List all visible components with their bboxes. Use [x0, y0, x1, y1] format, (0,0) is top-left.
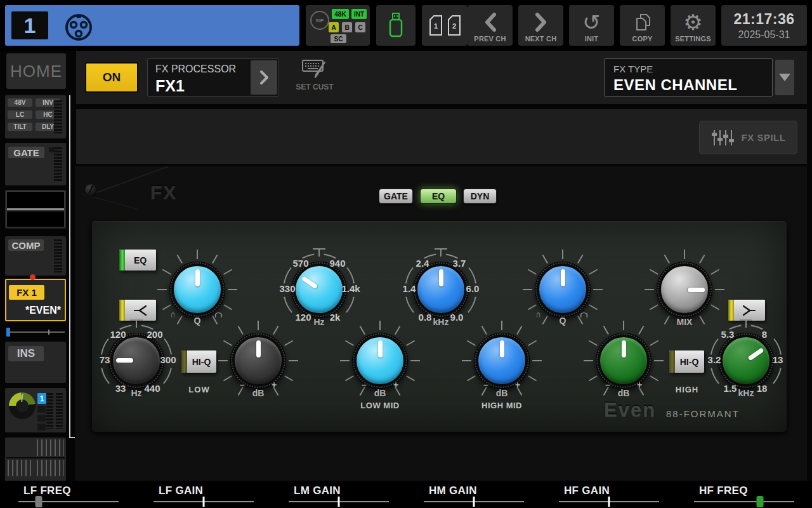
- plugin-model-name: 88-FORMANT: [666, 408, 740, 419]
- encoder-track[interactable]: [18, 501, 119, 502]
- pan-knob[interactable]: [9, 392, 36, 419]
- tab-gate[interactable]: GATE: [379, 189, 413, 204]
- encoder-track[interactable]: [424, 501, 524, 502]
- scale-label: 120: [110, 329, 126, 340]
- encoder-tick[interactable]: [608, 497, 610, 507]
- unit-label: dB: [618, 388, 630, 398]
- plus-label: +: [637, 380, 642, 390]
- sidebar-input-section[interactable]: 48VINVLCHCTILTDLY: [5, 95, 66, 138]
- encoder-track[interactable]: [154, 501, 254, 502]
- pan-slot: [37, 406, 46, 413]
- encoder-lf-freq[interactable]: LF FREQ: [18, 481, 120, 508]
- knob-lf-gain-cap[interactable]: [231, 333, 285, 388]
- hiq-low-sublabel: LOW: [188, 385, 209, 394]
- band-name-label: LOW MID: [360, 401, 399, 410]
- settings-button[interactable]: ⚙ SETTINGS: [671, 5, 716, 46]
- encoder-label: LF FREQ: [23, 485, 71, 497]
- knob-pointer: [116, 359, 133, 363]
- home-button[interactable]: HOME: [6, 53, 66, 89]
- scale-label: 1.5: [724, 383, 737, 394]
- knob-hm-freq-cap[interactable]: [414, 262, 468, 317]
- tab-dyn[interactable]: DYN: [463, 189, 497, 204]
- scale-label: 300: [160, 354, 176, 365]
- encoder-track[interactable]: [694, 501, 794, 502]
- prev-channel-button[interactable]: PREV CH: [468, 5, 513, 46]
- slider-thumb[interactable]: [6, 328, 10, 337]
- fx-on-button[interactable]: ON: [85, 62, 138, 93]
- fx-spill-button[interactable]: FX SPILL: [699, 121, 797, 154]
- input-badge-tilt: TILT: [8, 123, 32, 131]
- knob-lf-freq-cap[interactable]: [109, 333, 164, 388]
- keyboard-pen-icon: [301, 57, 329, 80]
- scale-label: 18: [757, 383, 768, 394]
- usb-status-button[interactable]: [376, 5, 416, 46]
- fader-texture: [8, 460, 34, 476]
- knob-pointer: [747, 347, 764, 361]
- next-channel-button[interactable]: NEXT CH: [518, 5, 563, 46]
- encoder-lf-gain[interactable]: LF GAIN: [154, 481, 255, 508]
- encoder-hf-gain[interactable]: HF GAIN: [559, 481, 660, 508]
- hiq-high-sublabel: HIGH: [676, 385, 699, 394]
- knob-hf-gain: –+dB: [576, 313, 671, 408]
- selected-channel-strip[interactable]: 1: [5, 5, 299, 46]
- minus-label: –: [240, 380, 245, 390]
- fx-processor-selector[interactable]: FX PROCESSOR FX1: [147, 58, 279, 97]
- set-cust-button[interactable]: SET CUST: [291, 57, 339, 98]
- scene-a-badge: A: [329, 22, 339, 32]
- encoder-lm-gain[interactable]: LM GAIN: [289, 481, 390, 508]
- plus-label: +: [515, 380, 520, 390]
- sidebar-send-slider[interactable]: [5, 328, 66, 337]
- pan-meter-right: [56, 393, 63, 429]
- scale-label: 440: [144, 383, 160, 394]
- knob-pointer: [256, 340, 261, 358]
- slider-tick: [48, 330, 49, 335]
- encoder-tick[interactable]: [338, 497, 340, 507]
- gate-label: GATE: [8, 147, 44, 158]
- scale-label: 33: [115, 383, 126, 394]
- encoder-track[interactable]: [559, 501, 659, 502]
- sidebar-insert-section[interactable]: INS: [5, 342, 66, 383]
- eq-flat-curve: [7, 208, 64, 210]
- fx-type-display[interactable]: FX TYPE EVEN CHANNEL: [604, 58, 773, 97]
- encoder-thumb[interactable]: [35, 496, 42, 507]
- init-button[interactable]: ↺ INIT: [569, 5, 614, 46]
- fx-insert-point-dot: [30, 274, 36, 280]
- fader-texture: [37, 439, 64, 456]
- chevron-left-icon: [482, 11, 499, 33]
- knob-hf-freq-cap[interactable]: [719, 333, 773, 388]
- encoder-track[interactable]: [289, 501, 389, 502]
- usb-drive-icon: [388, 11, 404, 39]
- reset-circular-arrow-icon: ↺: [582, 11, 601, 33]
- memory-cards-button[interactable]: 1 2: [422, 5, 468, 46]
- fx-slot-name: FX 1: [9, 285, 44, 300]
- tab-eq[interactable]: EQ: [420, 189, 457, 204]
- encoder-tick[interactable]: [203, 497, 205, 507]
- input-meter: [54, 100, 62, 133]
- scene-b-badge: B: [342, 22, 352, 32]
- sidebar-comp-section[interactable]: COMP: [5, 236, 66, 276]
- scratch-texture: [82, 194, 137, 209]
- fx-type-dropdown-button[interactable]: [775, 60, 794, 95]
- sidebar-pan-section[interactable]: 1: [5, 388, 66, 432]
- knob-hf-gain-cap[interactable]: [596, 333, 651, 388]
- encoder-tick[interactable]: [473, 497, 475, 507]
- encoder-thumb[interactable]: [757, 496, 764, 507]
- knob-lm-freq-cap[interactable]: [292, 262, 346, 317]
- sidebar-gate-section[interactable]: GATE: [5, 143, 66, 185]
- knob-hm-gain-cap[interactable]: [475, 333, 529, 388]
- sidebar-fader-section[interactable]: [5, 438, 66, 483]
- knob-pointer: [622, 340, 626, 358]
- knob-mix-cap[interactable]: [657, 262, 712, 317]
- knob-lf-gain: –+dB: [211, 313, 306, 408]
- date: 2025-05-31: [738, 29, 790, 41]
- encoder-hm-gain[interactable]: HM GAIN: [424, 481, 525, 508]
- scale-label: 2.4: [416, 258, 429, 269]
- sidebar-fx-slot-selected[interactable]: FX 1 *EVEN*: [5, 279, 66, 321]
- fx-processor-next-button[interactable]: [251, 60, 277, 95]
- encoder-hf-freq[interactable]: HF FREQ: [694, 481, 796, 508]
- knob-lm-gain-cap[interactable]: [353, 333, 407, 388]
- fx-toolbar: ON FX PROCESSOR FX1 SET CUST FX TYPE EVE…: [76, 51, 807, 104]
- copy-button[interactable]: COPY: [620, 5, 665, 46]
- fx-subpanel: FX SPILL: [76, 109, 807, 164]
- sidebar-eq-section[interactable]: [5, 190, 66, 229]
